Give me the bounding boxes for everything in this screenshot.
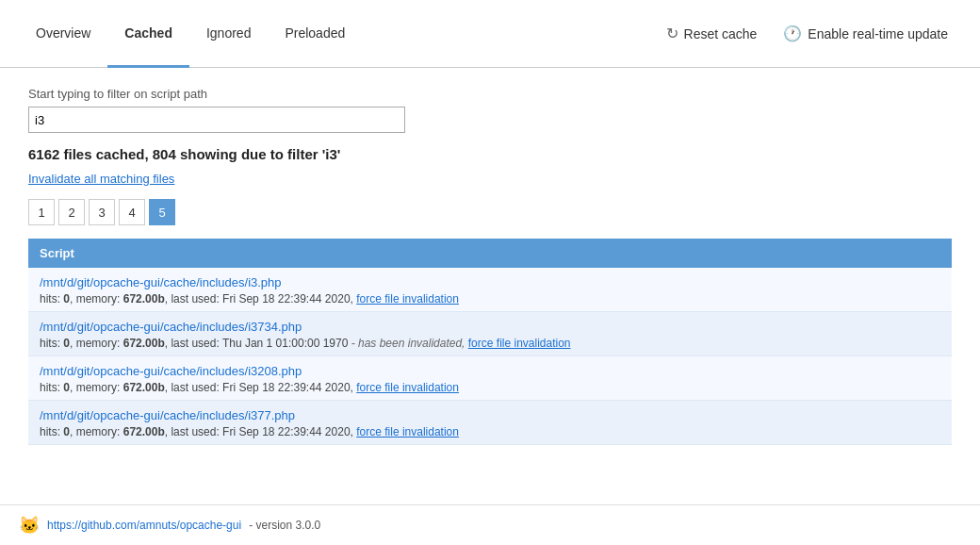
table-row: /mnt/d/git/opcache-gui/cache/includes/i3… [28, 312, 952, 356]
reset-cache-label: Reset cache [684, 26, 758, 41]
tab-cached[interactable]: Cached [107, 0, 189, 68]
table-header-script: Script [28, 239, 952, 268]
filter-input[interactable] [28, 107, 405, 133]
realtime-update-button[interactable]: 🕐 Enable real-time update [770, 0, 961, 68]
file-meta: hits: 0, memory: 672.00b, last used: Fri… [40, 381, 459, 394]
force-invalidation-link[interactable]: force file invalidation [356, 292, 459, 306]
table-row: /mnt/d/git/opcache-gui/cache/includes/i3… [28, 268, 952, 312]
top-navigation: Overview Cached Ignored Preloaded ↻ Rese… [0, 0, 980, 68]
stats-text: 6162 files cached, 804 showing due to fi… [28, 146, 952, 162]
page-btn-3[interactable]: 3 [89, 199, 115, 225]
tab-overview[interactable]: Overview [19, 0, 107, 68]
force-invalidation-link[interactable]: force file invalidation [356, 425, 459, 438]
force-invalidation-link[interactable]: force file invalidation [356, 381, 459, 394]
file-path: /mnt/d/git/opcache-gui/cache/includes/i3… [40, 364, 940, 378]
invalidate-all-link[interactable]: Invalidate all matching files [28, 172, 174, 186]
github-icon: 🐱 [19, 515, 40, 536]
reset-cache-button[interactable]: ↻ Reset cache [653, 0, 771, 68]
file-meta: hits: 0, memory: 672.00b, last used: Thu… [40, 337, 571, 350]
realtime-update-label: Enable real-time update [808, 26, 948, 41]
tab-ignored[interactable]: Ignored [189, 0, 268, 68]
page-btn-1[interactable]: 1 [28, 199, 55, 225]
force-invalidation-link[interactable]: force file invalidation [468, 337, 571, 350]
file-cell: /mnt/d/git/opcache-gui/cache/includes/i3… [28, 401, 952, 445]
file-path: /mnt/d/git/opcache-gui/cache/includes/i3… [40, 408, 940, 422]
clock-icon: 🕐 [783, 25, 802, 42]
file-cell: /mnt/d/git/opcache-gui/cache/includes/i3… [28, 312, 952, 356]
table-row: /mnt/d/git/opcache-gui/cache/includes/i3… [28, 401, 952, 445]
file-cell: /mnt/d/git/opcache-gui/cache/includes/i3… [28, 268, 952, 312]
footer: 🐱 https://github.com/amnuts/opcache-gui … [0, 504, 980, 545]
file-meta: hits: 0, memory: 672.00b, last used: Fri… [40, 425, 459, 438]
file-cell: /mnt/d/git/opcache-gui/cache/includes/i3… [28, 356, 952, 401]
pagination: 1 2 3 4 5 [28, 199, 952, 225]
tab-preloaded[interactable]: Preloaded [268, 0, 362, 68]
file-meta: hits: 0, memory: 672.00b, last used: Fri… [40, 292, 459, 306]
table-row: /mnt/d/git/opcache-gui/cache/includes/i3… [28, 356, 952, 401]
footer-version: - version 3.0.0 [249, 519, 320, 532]
footer-link[interactable]: https://github.com/amnuts/opcache-gui [47, 519, 241, 532]
page-btn-4[interactable]: 4 [119, 199, 145, 225]
file-path: /mnt/d/git/opcache-gui/cache/includes/i3… [40, 275, 940, 289]
reset-cache-icon: ↻ [666, 25, 678, 42]
page-btn-5[interactable]: 5 [149, 199, 175, 225]
main-content: Start typing to filter on script path 61… [0, 68, 980, 464]
filter-label: Start typing to filter on script path [28, 87, 952, 101]
file-table: Script /mnt/d/git/opcache-gui/cache/incl… [28, 239, 952, 445]
file-path: /mnt/d/git/opcache-gui/cache/includes/i3… [40, 320, 940, 334]
page-btn-2[interactable]: 2 [58, 199, 85, 225]
